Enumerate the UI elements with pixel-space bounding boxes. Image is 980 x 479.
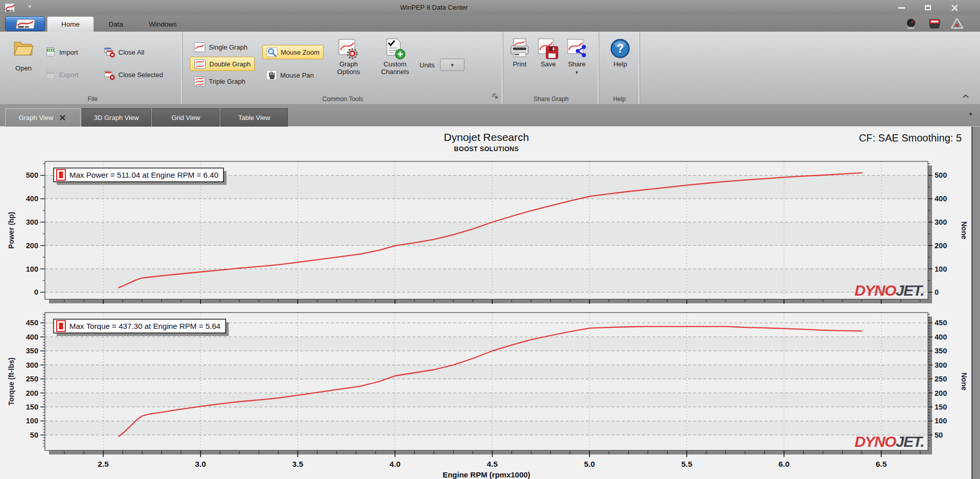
svg-text:250: 250 <box>935 375 947 383</box>
dynojet-watermark: DYNOJET. <box>854 282 924 299</box>
torque-legend: Max Torque = 437.30 at Engine RPM = 5.64 <box>54 319 229 336</box>
svg-text:2.5: 2.5 <box>98 460 109 468</box>
svg-text:250: 250 <box>26 375 38 383</box>
power-y-axis-title: Power (hp) <box>7 212 15 249</box>
svg-text:450: 450 <box>935 319 947 327</box>
svg-text:0: 0 <box>34 288 38 296</box>
svg-text:400: 400 <box>26 333 38 341</box>
chart-torque: 5050100100150150200200250250300300350350… <box>7 313 968 479</box>
svg-text:150: 150 <box>935 403 947 411</box>
svg-text:350: 350 <box>935 347 947 355</box>
svg-text:100: 100 <box>26 417 38 425</box>
svg-text:6.0: 6.0 <box>778 460 790 468</box>
svg-text:200: 200 <box>935 242 947 250</box>
svg-text:4.5: 4.5 <box>487 460 498 468</box>
torque-y-axis-title: Torque (ft-lbs) <box>7 357 15 405</box>
x-axis-title: Engine RPM (rpmx1000) <box>443 470 530 479</box>
vertical-scrollbar[interactable] <box>973 127 980 479</box>
dyno-charts: 00100100200200300300400400500500Power (h… <box>0 0 980 479</box>
torque-right-axis-title: None <box>960 373 968 391</box>
svg-text:Max Torque = 437.30 at Engine: Max Torque = 437.30 at Engine RPM = 5.64 <box>69 322 220 330</box>
power-legend: Max Power = 511.04 at Engine RPM = 6.40 <box>54 168 227 185</box>
svg-text:Max Power = 511.04 at Engine R: Max Power = 511.04 at Engine RPM = 6.40 <box>69 171 218 179</box>
svg-text:300: 300 <box>26 218 38 226</box>
svg-text:400: 400 <box>26 195 38 203</box>
svg-text:50: 50 <box>935 431 943 439</box>
svg-text:500: 500 <box>935 171 947 179</box>
svg-text:3.5: 3.5 <box>292 460 304 468</box>
svg-text:5.0: 5.0 <box>584 460 595 468</box>
svg-text:100: 100 <box>935 265 947 273</box>
svg-text:300: 300 <box>935 361 947 369</box>
svg-text:200: 200 <box>935 389 947 397</box>
svg-text:150: 150 <box>26 403 38 411</box>
svg-text:5.5: 5.5 <box>681 460 693 468</box>
winpep-window: ▾ WinPEP 8 Data Center Home Data Windows <box>0 0 980 479</box>
dynojet-watermark: DYNOJET. <box>854 433 924 450</box>
svg-text:0: 0 <box>935 288 939 296</box>
svg-text:50: 50 <box>30 431 38 439</box>
svg-text:400: 400 <box>935 333 947 341</box>
svg-text:350: 350 <box>26 347 38 355</box>
svg-text:100: 100 <box>935 417 947 425</box>
svg-text:3.0: 3.0 <box>195 460 206 468</box>
svg-text:300: 300 <box>26 361 38 369</box>
svg-text:6.5: 6.5 <box>876 460 887 468</box>
svg-text:300: 300 <box>935 218 947 226</box>
svg-text:500: 500 <box>26 171 38 179</box>
svg-text:200: 200 <box>26 389 38 397</box>
svg-text:200: 200 <box>26 242 38 250</box>
power-right-axis-title: None <box>960 222 968 240</box>
svg-text:400: 400 <box>935 195 947 203</box>
svg-text:450: 450 <box>26 319 38 327</box>
chart-power: 00100100200200300300400400500500Power (h… <box>7 161 968 304</box>
svg-text:4.0: 4.0 <box>389 460 401 468</box>
svg-text:100: 100 <box>26 265 38 273</box>
